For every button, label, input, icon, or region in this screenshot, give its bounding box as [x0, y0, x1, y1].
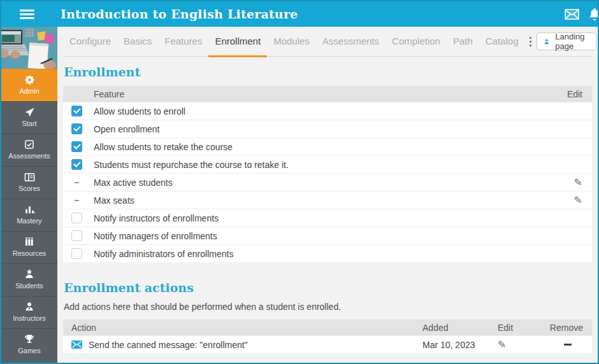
- feature-label: Max active students: [94, 178, 173, 188]
- sidebar-item-assessments[interactable]: Assessments: [1, 134, 57, 166]
- column-feature: Feature: [94, 89, 124, 99]
- sidebar-item-scores[interactable]: Scores: [1, 166, 57, 199]
- page-title: Introduction to English Literature: [61, 7, 298, 21]
- dash-icon: [75, 182, 79, 183]
- tab-assessments[interactable]: Assessments: [316, 27, 386, 57]
- sidebar-item-label: Scores: [1, 185, 57, 192]
- enrollment-actions-description: Add actions here that should be performe…: [64, 302, 598, 312]
- sidebar-item-resources[interactable]: Resources: [1, 231, 57, 263]
- more-tabs-icon[interactable]: [524, 27, 537, 56]
- enrollment-table: Feature Edit Allow students to enroll Op…: [63, 86, 592, 262]
- header-icons: [565, 6, 598, 22]
- enrollment-table-header: Feature Edit: [63, 86, 592, 102]
- feature-label: Allow students to enroll: [94, 106, 185, 116]
- checkbox-icon: [1, 139, 57, 150]
- sidebar-item-label: Games: [1, 347, 57, 354]
- feature-label: Students must repurchase the course to r…: [94, 160, 289, 170]
- tab-basics[interactable]: Basics: [117, 27, 158, 57]
- sidebar-item-label: Assessments: [1, 152, 57, 160]
- sidebar-item-instructors[interactable]: Instructors: [1, 296, 57, 328]
- edit-pencil-icon[interactable]: [574, 177, 582, 188]
- menu-icon[interactable]: [20, 8, 34, 21]
- table-row: Max active students: [63, 173, 592, 191]
- navigation-arrow-icon: [1, 106, 57, 118]
- enrollment-actions-table: Action Added Edit Remove Send the canned…: [63, 319, 592, 353]
- checkbox-unchecked[interactable]: [71, 248, 82, 259]
- top-header: Introduction to English Literature: [1, 1, 598, 27]
- sidebar-item-label: Start: [1, 120, 57, 127]
- sidebar-item-label: Students: [1, 282, 57, 290]
- feature-label: Max seats: [94, 195, 134, 206]
- tab-configure[interactable]: Configure: [63, 27, 117, 57]
- enrollment-heading: Enrollment: [64, 65, 598, 79]
- column-remove: Remove: [536, 323, 592, 333]
- gear-icon: [1, 74, 57, 85]
- feature-label: Notify instructors of enrollments: [94, 213, 219, 223]
- tab-catalog[interactable]: Catalog: [479, 27, 525, 57]
- bar-chart-icon: [1, 204, 57, 215]
- feature-label: Allow students to retake the course: [94, 142, 233, 152]
- table-row: Notify instructors of enrollments: [63, 209, 592, 227]
- person-icon: [544, 37, 550, 46]
- tab-completion[interactable]: Completion: [386, 27, 447, 57]
- trophy-icon: [1, 333, 57, 345]
- scorecard-icon: [1, 171, 57, 183]
- dash-icon: [75, 200, 79, 201]
- enrollment-actions-heading: Enrollment actions: [64, 281, 598, 295]
- sidebar-item-label: Admin: [1, 87, 57, 95]
- tab-modules[interactable]: Modules: [267, 27, 316, 57]
- main-content: Configure Basics Features Enrollment Mod…: [57, 27, 598, 363]
- landing-page-label: Landing page: [555, 32, 588, 51]
- edit-pencil-icon[interactable]: [574, 195, 582, 206]
- feature-label: Open enrollment: [94, 124, 160, 134]
- sidebar-item-admin[interactable]: Admin: [1, 69, 57, 101]
- tab-path[interactable]: Path: [447, 27, 479, 57]
- envelope-icon: [71, 340, 82, 349]
- column-added: Added: [422, 323, 498, 333]
- feature-label: Notify administrators of enrollments: [94, 249, 233, 259]
- sidebar-item-games[interactable]: Games: [1, 328, 57, 361]
- tab-features[interactable]: Features: [158, 27, 208, 57]
- checkbox-unchecked[interactable]: [71, 230, 82, 241]
- table-row: Notify administrators of enrollments: [63, 244, 592, 262]
- table-row: Allow students to retake the course: [63, 137, 592, 155]
- app-window: Introduction to English Literature: [0, 0, 599, 364]
- table-row: Notify managers of enrollments: [63, 227, 592, 244]
- person-icon: [1, 269, 57, 280]
- messages-icon[interactable]: [565, 9, 579, 20]
- added-date: Mar 10, 2023: [422, 340, 498, 350]
- tab-bar: Configure Basics Features Enrollment Mod…: [63, 27, 592, 57]
- sidebar-item-label: Instructors: [1, 314, 57, 322]
- sidebar-item-mastery[interactable]: Mastery: [1, 199, 57, 231]
- table-row: Max seats: [63, 191, 592, 209]
- sidebar-item-label: Resources: [1, 249, 57, 257]
- feature-label: Notify managers of enrollments: [94, 231, 217, 241]
- landing-page-button[interactable]: Landing page: [537, 32, 596, 50]
- action-row: Send the canned message: "enrollment" Ma…: [63, 335, 592, 353]
- books-icon: [1, 236, 57, 248]
- edit-pencil-icon[interactable]: [498, 340, 506, 350]
- sidebar-item-students[interactable]: Students: [1, 263, 57, 296]
- table-row: Students must repurchase the course to r…: [63, 155, 592, 173]
- column-action: Action: [63, 323, 422, 333]
- person-tie-icon: [1, 301, 57, 312]
- table-row: Allow students to enroll: [63, 102, 592, 120]
- actions-table-header: Action Added Edit Remove: [63, 319, 592, 335]
- action-label: Send the canned message: "enrollment": [89, 340, 248, 350]
- checkbox-unchecked[interactable]: [71, 213, 82, 223]
- column-edit: Edit: [567, 89, 592, 99]
- sidebar-item-label: Mastery: [1, 217, 57, 225]
- notifications-icon[interactable]: [588, 6, 598, 22]
- checkbox-checked[interactable]: [71, 106, 82, 116]
- sidebar: Admin Start Assessments Scores Mastery: [1, 27, 57, 363]
- checkbox-checked[interactable]: [71, 159, 82, 170]
- column-edit: Edit: [498, 323, 536, 333]
- remove-minus-icon[interactable]: [564, 344, 572, 346]
- sidebar-item-start[interactable]: Start: [1, 101, 57, 134]
- checkbox-checked[interactable]: [71, 123, 82, 134]
- table-row: Open enrollment: [63, 120, 592, 137]
- tab-enrollment[interactable]: Enrollment: [208, 27, 267, 57]
- checkbox-checked[interactable]: [71, 141, 82, 152]
- course-thumbnail: [1, 27, 57, 69]
